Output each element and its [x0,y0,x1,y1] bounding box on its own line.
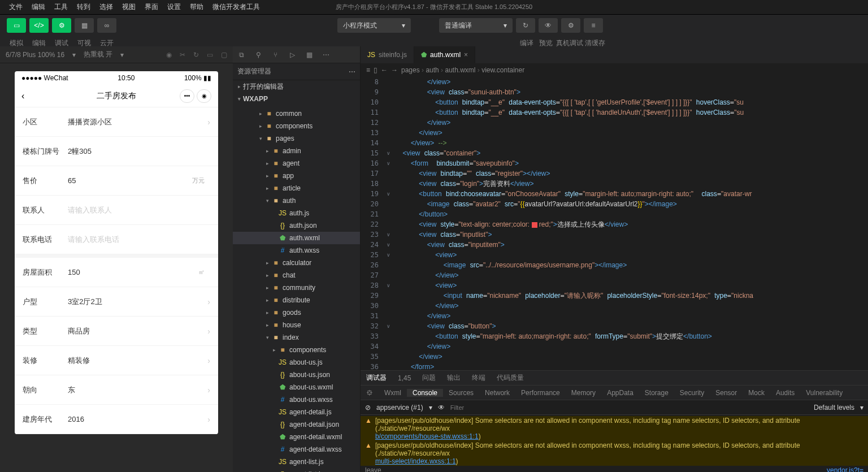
nav-back-icon[interactable]: ← [381,66,388,74]
nav-icon[interactable]: ≡ [366,66,370,74]
levels-dropdown[interactable]: Default levels [814,404,854,412]
devtools-subtab[interactable]: Audits [770,389,800,397]
devtools-subtab[interactable]: Network [479,389,515,397]
preview-button[interactable]: 👁 [539,18,558,33]
device-selector[interactable]: 6/7/8 Plus 100% 16 [6,51,64,59]
editor-tab[interactable]: JSsiteinfo.js [361,46,414,63]
tree-node[interactable]: {}about-us.json [233,369,360,381]
nav-icon[interactable]: ▯ [374,66,377,74]
devtools-subtab[interactable]: Performance [515,389,566,397]
form-row[interactable]: 联系人请输入联系人 [15,196,218,225]
tree-node[interactable]: ⬟agent-detail.wxml [233,431,360,443]
devtools-subtab[interactable]: Mock [743,389,770,397]
clear-console-icon[interactable]: ⊘ [365,404,371,412]
form-row[interactable]: 楼栋门牌号2幢305 [15,137,218,166]
breadcrumb[interactable]: ≡ ▯ ← → pages › auth › auth.wxml › view.… [361,63,868,77]
clear-cache-button[interactable]: ≡ [584,18,603,33]
devtools-subtab[interactable]: AppData [601,389,639,397]
devtools-tab[interactable]: 终端 [466,371,491,386]
form-row[interactable]: 建房年代2016› [15,405,218,434]
tree-node[interactable]: ▸■admin [233,145,360,157]
tree-node[interactable]: {}auth.json [233,219,360,232]
menu-item[interactable]: 编辑 [27,0,50,14]
tree-node[interactable]: ▸■community [233,282,360,294]
back-icon[interactable]: ‹ [21,91,24,101]
tree-node[interactable]: JSauth.js [233,207,360,219]
menu-item[interactable]: 界面 [140,0,163,14]
menu-item[interactable]: 文件 [5,0,27,14]
editor-button[interactable]: </> [29,18,49,33]
inspect-icon[interactable]: ⯐ [361,389,379,397]
tree-node[interactable]: ▸■agent [233,157,360,170]
devtools-subtab[interactable]: Memory [566,389,601,397]
sim-icon[interactable]: ◉ [166,51,172,59]
compile-dropdown[interactable]: 普通编译▾ [439,18,513,33]
form-row[interactable]: 朝向东› [15,375,218,405]
tree-node[interactable]: ▸■app [233,170,360,182]
menu-item[interactable]: 转到 [72,0,95,14]
form-row[interactable]: 联系电话请输入联系电话 [15,225,218,254]
tree-node[interactable]: {}agent-list.json [233,468,360,472]
tree-node[interactable]: JSagent-list.js [233,456,360,468]
tree-node[interactable]: ▾■auth [233,194,360,207]
sim-icon[interactable]: ▢ [221,51,227,59]
tree-node[interactable]: ▸■common [233,107,360,120]
visual-button[interactable]: ▦ [75,18,94,33]
tree-node[interactable]: ▸■goods [233,306,360,319]
compile-button[interactable]: ↻ [516,18,535,33]
debugger-button[interactable]: ⚙ [52,18,71,33]
tree-node[interactable]: ⬟auth.wxml [233,232,360,244]
menu-item[interactable]: 设置 [163,0,185,14]
capsule-menu[interactable]: ••• [180,89,194,103]
tree-node[interactable]: ▸■house [233,319,360,331]
nav-fwd-icon[interactable]: → [391,66,398,74]
explorer-tab-icon[interactable]: ⧉ [233,51,250,59]
tree-node[interactable]: ▾■index [233,331,360,344]
tree-node[interactable]: ▸■calculator [233,257,360,269]
sim-icon[interactable]: ▭ [207,51,213,59]
menu-item[interactable]: 视图 [118,0,140,14]
mode-dropdown[interactable]: 小程序模式▾ [337,18,411,33]
tree-node[interactable]: ⬟about-us.wxml [233,381,360,393]
form-row[interactable]: 类型商品房› [15,317,218,346]
devtools-subtab[interactable]: Security [674,389,710,397]
simulator-button[interactable]: ▭ [7,18,26,33]
tree-node[interactable]: JSabout-us.js [233,356,360,369]
context-dropdown[interactable]: appservice (#1) [376,404,423,412]
form-row[interactable]: 房屋面积150㎡ [15,258,218,287]
more-icon[interactable]: ⋯ [349,68,355,76]
section-wxapp[interactable]: ▾WXAPP [233,93,360,105]
devtools-subtab[interactable]: Sources [443,389,479,397]
tab-icon[interactable]: ▦ [301,51,318,59]
menu-item[interactable]: 帮助 [185,0,208,14]
devtools-tab[interactable]: 调试器 [361,371,392,386]
form-row[interactable]: 售价65万元 [15,166,218,196]
form-row[interactable]: 户型3室2厅2卫› [15,287,218,317]
devtools-subtab[interactable]: Console [407,389,443,397]
tree-node[interactable]: ▸■article [233,182,360,194]
search-tab-icon[interactable]: ⚲ [250,51,267,59]
editor-tab[interactable]: ⬟auth.wxml× [414,46,475,63]
remote-debug-button[interactable]: ⚙ [561,18,580,33]
hot-reload-toggle[interactable]: 热重载 开 [84,50,112,59]
menu-item[interactable]: 工具 [50,0,72,14]
menu-item[interactable]: 选择 [95,0,118,14]
sim-icon[interactable]: ✂ [180,51,185,59]
tree-node[interactable]: ▸■components [233,344,360,356]
tree-node[interactable]: #agent-detail.wxss [233,443,360,456]
tree-node[interactable]: ▸■chat [233,269,360,282]
tree-node[interactable]: #auth.wxss [233,244,360,257]
devtools-tab[interactable]: 1,45 [392,371,416,386]
devtools-subtab[interactable]: Storage [639,389,674,397]
eye-icon[interactable]: 👁 [438,404,445,412]
tree-node[interactable]: {}agent-detail.json [233,418,360,431]
devtools-tab[interactable]: 输出 [441,371,466,386]
tree-node[interactable]: ▸■components [233,120,360,132]
tree-node[interactable]: ▾■pages [233,132,360,145]
form-row[interactable]: 小区播播资源小区› [15,107,218,137]
tab-icon[interactable]: ▷ [284,51,301,59]
menu-item[interactable]: 微信开发者工具 [208,0,264,14]
devtools-tab[interactable]: 问题 [416,371,441,386]
tab-icon[interactable]: ⋯ [318,51,335,59]
capsule-close[interactable]: ◉ [197,89,211,103]
